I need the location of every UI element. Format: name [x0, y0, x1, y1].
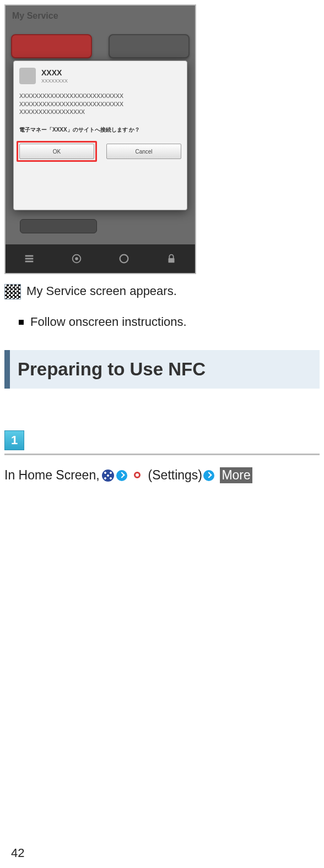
menu-icon — [23, 253, 35, 265]
lock-icon — [165, 253, 177, 265]
screenshot-blurred-below — [20, 219, 97, 233]
step-divider — [4, 454, 320, 455]
result-line: My Service screen appears. — [4, 284, 320, 299]
step-1-instruction: In Home Screen, (Settings) More — [4, 467, 320, 483]
dialog-app-icon — [19, 68, 36, 84]
dialog-message: 電子マネー「XXXX」のサイトへ接続します か？ — [19, 126, 181, 134]
svg-rect-1 — [25, 258, 34, 260]
more-button: More — [215, 467, 252, 483]
apps-grid-icon — [102, 470, 114, 482]
svg-point-4 — [75, 257, 78, 260]
phone-screenshot: My Service XXXX XXXXXXXX XXXXXXXXXXXXXXX… — [4, 4, 196, 274]
screenshot-navbar — [6, 244, 195, 273]
dialog-title: XXXX — [41, 68, 68, 77]
arrow-right-icon — [116, 470, 127, 481]
dialog-subtitle: XXXXXXXX — [41, 78, 68, 84]
svg-point-5 — [120, 255, 128, 263]
circle-icon — [118, 253, 130, 265]
step-1-badge: 1 — [4, 430, 24, 450]
svg-rect-2 — [25, 261, 34, 263]
bullet-instruction: Follow onscreen instructions. — [19, 315, 320, 329]
dialog-ok-button: OK — [19, 144, 94, 159]
arrow-right-icon — [203, 470, 214, 481]
svg-rect-6 — [169, 258, 175, 263]
screenshot-header: My Service — [12, 11, 58, 21]
settings-gear-icon — [131, 470, 145, 482]
page-number: 42 — [11, 846, 24, 860]
dialog-body: XXXXXXXXXXXXXXXXXXXXXXXXXXX XXXXXXXXXXXX… — [19, 92, 181, 116]
checkered-flag-icon — [4, 284, 21, 299]
section-heading: Preparing to Use NFC — [4, 350, 320, 389]
svg-rect-0 — [25, 255, 34, 257]
square-bullet-icon — [19, 320, 24, 325]
target-icon — [71, 253, 83, 265]
screenshot-dialog: XXXX XXXXXXXX XXXXXXXXXXXXXXXXXXXXXXXXXX… — [13, 61, 187, 210]
screenshot-blurred-buttons — [11, 34, 190, 58]
dialog-cancel-button: Cancel — [106, 144, 181, 159]
